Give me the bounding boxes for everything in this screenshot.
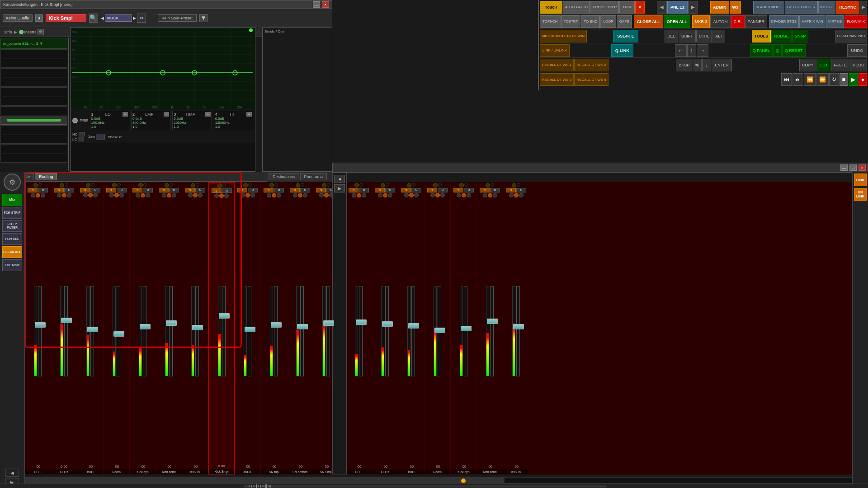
ch-dot2[interactable]	[409, 193, 414, 197]
fader-handle[interactable]	[113, 331, 124, 337]
fader-handle[interactable]	[297, 324, 308, 329]
gain-knob[interactable]	[96, 134, 105, 140]
ch-dot2[interactable]	[114, 193, 119, 197]
channel-strip-Kickdyn[interactable]: S M -00 Kick dyn	[451, 182, 477, 474]
fader-handle[interactable]	[487, 319, 498, 324]
s-btn[interactable]: S	[349, 188, 359, 192]
s-btn[interactable]: S	[427, 188, 437, 192]
s-btn[interactable]: S	[453, 188, 463, 192]
insert-slot-4[interactable]	[0, 68, 67, 77]
mix-btn[interactable]: Mix	[2, 194, 22, 206]
ch-dot1[interactable]	[293, 193, 297, 197]
m-btn[interactable]: M	[300, 188, 310, 192]
channel-strip-Kickcond[interactable]: S M -00 Kick cond	[156, 182, 182, 474]
m-btn[interactable]: M	[438, 188, 448, 192]
dfader-mode-btn[interactable]: DFADER MODE	[753, 1, 784, 14]
rec-btn[interactable]: ●	[859, 73, 867, 86]
ch-dot2[interactable]	[167, 193, 171, 197]
ch-dot3[interactable]	[519, 193, 524, 197]
fader-handle[interactable]	[87, 327, 98, 332]
fch-strip-btn[interactable]: FCH STRIP	[2, 207, 22, 219]
cut-btn[interactable]: CUT	[817, 59, 831, 71]
touch-btn[interactable]: ToucH	[540, 1, 562, 14]
pnl-prev[interactable]: ◀	[657, 1, 667, 14]
loop2-btn[interactable]: ↻	[829, 73, 839, 86]
ctrl-btn[interactable]: CTRL	[696, 30, 712, 42]
ch-dot1[interactable]	[109, 193, 114, 197]
nudge-btn[interactable]: NUDGE	[771, 30, 792, 42]
mixer-close-btn[interactable]: ×	[859, 164, 866, 171]
ch-dot3[interactable]	[67, 193, 71, 197]
m-btn[interactable]: M	[274, 188, 284, 192]
channel-strip-#OH[interactable]: S M -00 #OH	[398, 182, 425, 474]
s-btn[interactable]: S	[375, 188, 385, 192]
s-btn[interactable]: S	[480, 188, 490, 192]
m-btn[interactable]: M	[248, 188, 258, 192]
fader-handle[interactable]	[140, 324, 151, 329]
m-btn[interactable]: M	[169, 188, 179, 192]
ch-dot1[interactable]	[31, 193, 35, 197]
ch-dot2[interactable]	[383, 193, 387, 197]
pnl-next[interactable]: ▶	[688, 1, 698, 14]
snap-btn[interactable]: SNAP	[792, 30, 809, 42]
float-navpad-btn[interactable]: FLOAT NAV PAD	[835, 30, 867, 42]
ch-dot2[interactable]	[193, 193, 198, 197]
tab-routing[interactable]: Routing	[35, 173, 57, 180]
ch-dot1[interactable]	[241, 193, 245, 197]
tab-btn[interactable]: ↹	[693, 59, 702, 71]
band4-toggle[interactable]: ^	[246, 112, 252, 117]
s-btn[interactable]: S	[264, 188, 274, 192]
m-btn[interactable]: M	[143, 188, 153, 192]
shift-btn[interactable]: SHIFT	[679, 30, 696, 42]
ch-dot2[interactable]	[324, 193, 329, 197]
s-btn[interactable]: S	[506, 188, 516, 192]
insert-slot-9[interactable]	[0, 125, 67, 134]
ch-dot3[interactable]	[303, 193, 307, 197]
tab-destinations[interactable]: Destinations	[269, 173, 299, 180]
link-btn-header[interactable]: ⇔	[137, 14, 146, 23]
arrow-left-btn[interactable]: ←	[675, 44, 687, 57]
channel-strip-Room[interactable]: S M -00 Room	[425, 182, 451, 474]
s-btn[interactable]: S	[106, 188, 116, 192]
s-btn[interactable]: S	[185, 188, 195, 192]
ch-dot1[interactable]	[319, 193, 324, 197]
copy-btn[interactable]: COPY	[799, 59, 816, 71]
ssl4k-e-btn[interactable]: SSL4K E	[613, 30, 638, 42]
phase-label[interactable]: Phase 0°	[108, 135, 123, 139]
flw-sel-btn[interactable]: FLW SEL	[2, 233, 22, 245]
mixer-minimize-btn[interactable]: —	[840, 164, 848, 171]
clear-all-btn[interactable]: CLEAR ALL	[2, 246, 22, 258]
m-btn[interactable]: M	[490, 188, 500, 192]
minimize-btn[interactable]: —	[313, 1, 320, 8]
ch-dot2[interactable]	[488, 193, 492, 197]
fader-handle[interactable]	[271, 322, 282, 328]
s-btn[interactable]: S	[401, 188, 411, 192]
s-btn[interactable]: S	[237, 188, 247, 192]
topnch-btn[interactable]: TOPNCH	[540, 15, 561, 28]
fwd-btn[interactable]: ⏩	[816, 73, 829, 86]
tab-panorama[interactable]: Panorama	[300, 173, 327, 180]
arrow-left-mixer[interactable]: ◀	[5, 469, 19, 477]
fader-handle[interactable]	[513, 324, 524, 329]
ch-dot3[interactable]	[440, 193, 445, 197]
close-all-btn[interactable]: CLOSE ALL	[634, 15, 663, 28]
lc-btn[interactable]	[78, 137, 84, 141]
recall-dtws2-btn[interactable]: RECALL DT WS 2	[574, 59, 608, 71]
ch-dot3[interactable]	[146, 193, 150, 197]
insert-slot-12[interactable]	[0, 154, 67, 163]
band2-toggle[interactable]: ^	[164, 112, 169, 117]
s-btn[interactable]: S	[212, 188, 222, 193]
channel-strip-KickIn[interactable]: S M -00 Kick In	[182, 182, 208, 474]
insert-slot-1[interactable]: bx_console SSL 4... G ▼	[0, 38, 67, 49]
link-unlink-btn[interactable]: LINK / UNLINK	[540, 44, 570, 57]
source-selector[interactable]: Keine Quelle	[3, 14, 33, 22]
recall-dtws3-btn[interactable]: RECALL DT WS 3	[540, 73, 574, 86]
ch-dot1[interactable]	[136, 193, 140, 197]
paste-btn[interactable]: PASTE	[831, 59, 849, 71]
ch-dot1[interactable]	[378, 193, 382, 197]
search-icon-btn[interactable]: 🔍	[89, 14, 98, 23]
w3-btn[interactable]: W3	[730, 1, 741, 14]
hc-btn[interactable]	[79, 132, 85, 136]
virt-kb-btn[interactable]: VIRT KB	[826, 15, 844, 28]
mixer-scrollbar[interactable]	[25, 477, 852, 483]
